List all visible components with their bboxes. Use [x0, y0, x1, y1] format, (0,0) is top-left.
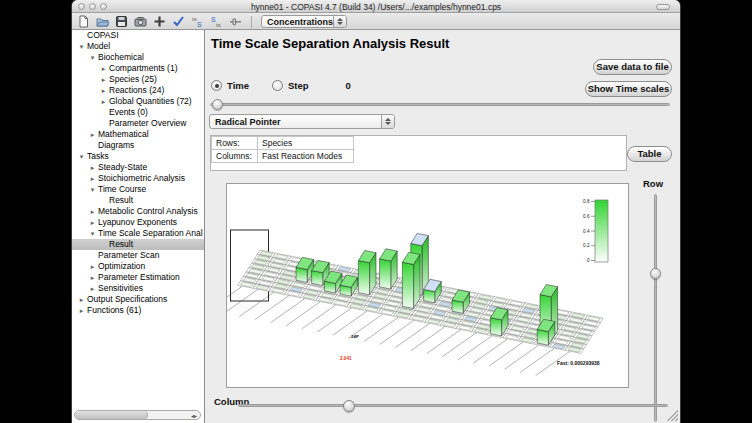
disclosure-right-icon[interactable]: ▸	[98, 85, 109, 96]
scrollbar-arrow-icons[interactable]: ◂▸	[191, 411, 200, 419]
sidebar-item-diagrams[interactable]: Diagrams	[72, 140, 204, 151]
sidebar-item-sensitivities[interactable]: ▸Sensitivities	[72, 283, 204, 294]
sidebar-item-model[interactable]: ▾Model	[72, 41, 204, 52]
disclosure-down-icon[interactable]: ▾	[87, 228, 98, 239]
convert-time-scale-s-icon[interactable]: tsS	[191, 15, 204, 28]
sidebar-item-label: Stoichiometric Analysis	[98, 173, 185, 184]
units-select[interactable]: Concentrations	[261, 15, 347, 28]
sidebar-item-parameter-estimation[interactable]: ▸Parameter Estimation	[72, 272, 204, 283]
column-slider-knob[interactable]	[343, 400, 355, 412]
sidebar-item-time-scale-separation-anal[interactable]: ▾Time Scale Separation Anal	[72, 228, 204, 239]
rows-label: Rows:	[212, 137, 258, 150]
stepper-arrows-icon	[381, 115, 394, 128]
column-slider-track[interactable]	[238, 404, 668, 407]
disclosure-right-icon[interactable]: ▸	[87, 162, 98, 173]
sidebar-item-result[interactable]: Result	[72, 195, 204, 206]
sidebar-item-parameter-overview[interactable]: Parameter Overview	[72, 118, 204, 129]
sidebar-item-stoichiometric-analysis[interactable]: ▸Stoichiometric Analysis	[72, 173, 204, 184]
sidebar-item-tasks[interactable]: ▾Tasks	[72, 151, 204, 162]
tssa-3d-plot[interactable]: 0.80.60.40.2024P2.041Fast: 0.000293938	[227, 184, 628, 387]
capture-image-icon[interactable]	[134, 15, 147, 28]
scrollbar-thumb[interactable]	[75, 411, 148, 419]
sidebar-item-label: Mathematical	[98, 129, 149, 140]
svg-text:Fast: 0.000293938: Fast: 0.000293938	[557, 360, 600, 366]
disclosure-right-icon[interactable]: ▸	[87, 283, 98, 294]
disclosure-right-icon[interactable]: ▸	[98, 96, 109, 107]
result-view-select[interactable]: Radical Pointer	[209, 114, 395, 129]
slider-settings-icon[interactable]	[229, 15, 242, 28]
sidebar-item-parameter-scan[interactable]: Parameter Scan	[72, 250, 204, 261]
disclosure-right-icon[interactable]: ▸	[87, 206, 98, 217]
row-slider-track[interactable]	[654, 194, 657, 422]
sidebar-item-result[interactable]: Result	[72, 239, 204, 250]
disclosure-right-icon[interactable]: ▸	[76, 294, 87, 305]
sidebar-item-events-0[interactable]: Events (0)	[72, 107, 204, 118]
time-radio[interactable]	[211, 80, 222, 91]
sidebar-item-output-specifications[interactable]: ▸Output Specifications	[72, 294, 204, 305]
add-icon[interactable]	[153, 15, 166, 28]
sidebar-item-time-course[interactable]: ▾Time Course	[72, 184, 204, 195]
open-file-icon[interactable]	[96, 15, 109, 28]
sidebar-item-mathematical[interactable]: ▸Mathematical	[72, 129, 204, 140]
time-slider-knob[interactable]	[212, 99, 223, 110]
disclosure-right-icon[interactable]: ▸	[98, 74, 109, 85]
sidebar-item-label: Time Scale Separation Anal	[98, 228, 203, 239]
sidebar-item-optimization[interactable]: ▸Optimization	[72, 261, 204, 272]
columns-value: Fast Reaction Modes	[258, 150, 354, 163]
convert-s-time-scale-icon[interactable]: Sts	[210, 15, 223, 28]
sidebar-item-species-25[interactable]: ▸Species (25)	[72, 74, 204, 85]
sidebar-item-label: Time Course	[98, 184, 146, 195]
svg-text:2.041: 2.041	[340, 356, 352, 361]
row-slider-knob[interactable]	[650, 268, 661, 279]
main-toolbar: tsS Sts Concentrations	[72, 14, 680, 30]
sidebar-item-label: Events (0)	[109, 107, 148, 118]
sidebar-item-compartments-1[interactable]: ▸Compartments (1)	[72, 63, 204, 74]
sidebar-item-biochemical[interactable]: ▾Biochemical	[72, 52, 204, 63]
sidebar-item-copasi[interactable]: COPASI	[72, 30, 204, 41]
step-radio[interactable]	[272, 80, 283, 91]
check-model-icon[interactable]	[172, 15, 185, 28]
disclosure-right-icon[interactable]: ▸	[87, 272, 98, 283]
sidebar-item-reactions-24[interactable]: ▸Reactions (24)	[72, 85, 204, 96]
sidebar-item-label: Global Quantities (72)	[109, 96, 192, 107]
sidebar-item-label: Metabolic Control Analysis	[98, 206, 198, 217]
new-file-icon[interactable]	[77, 15, 90, 28]
disclosure-right-icon[interactable]: ▸	[76, 305, 87, 316]
save-file-icon[interactable]	[115, 15, 128, 28]
sidebar-item-label: Result	[109, 239, 133, 250]
disclosure-down-icon[interactable]: ▾	[87, 52, 98, 63]
window-title: hynne01 - COPASI 4.7 (Build 34) /Users/.…	[72, 2, 680, 12]
sidebar-item-steady-state[interactable]: ▸Steady-State	[72, 162, 204, 173]
disclosure-down-icon[interactable]: ▾	[76, 41, 87, 52]
sidebar-item-lyapunov-exponents[interactable]: ▸Lyapunov Exponents	[72, 217, 204, 228]
sidebar-item-metabolic-control-analysis[interactable]: ▸Metabolic Control Analysis	[72, 206, 204, 217]
sidebar-item-label: COPASI	[87, 30, 119, 41]
matrix-info-table: Rows: Species Columns: Fast Reaction Mod…	[211, 136, 354, 163]
toolbar-toggle-lozenge[interactable]	[656, 4, 670, 10]
result-pane: Time Scale Separation Analysis Result Sa…	[206, 30, 680, 423]
time-slider-track[interactable]	[210, 103, 670, 106]
disclosure-right-icon[interactable]: ▸	[87, 173, 98, 184]
sidebar-item-label: Parameter Scan	[98, 250, 159, 261]
sidebar-item-label: Species (25)	[109, 74, 157, 85]
show-time-scales-button[interactable]: Show Time scales	[585, 81, 672, 97]
disclosure-right-icon[interactable]: ▸	[98, 63, 109, 74]
disclosure-down-icon[interactable]: ▾	[87, 184, 98, 195]
sidebar-item-functions-61[interactable]: ▸Functions (61)	[72, 305, 204, 316]
table-button[interactable]: Table	[627, 146, 672, 162]
disclosure-down-icon[interactable]: ▾	[76, 151, 87, 162]
disclosure-right-icon[interactable]: ▸	[87, 217, 98, 228]
sidebar-item-label: Parameter Estimation	[98, 272, 180, 283]
sidebar-item-label: Biochemical	[98, 52, 144, 63]
sidebar-item-global-quantities-72[interactable]: ▸Global Quantities (72)	[72, 96, 204, 107]
svg-text:0.8: 0.8	[583, 199, 590, 204]
tree-horizontal-scrollbar[interactable]: ◂▸	[74, 410, 201, 420]
disclosure-right-icon[interactable]: ▸	[87, 129, 98, 140]
save-data-to-file-button[interactable]: Save data to file	[593, 59, 672, 75]
disclosure-right-icon[interactable]: ▸	[87, 261, 98, 272]
svg-text:0.4: 0.4	[583, 229, 590, 234]
resize-grip[interactable]	[666, 409, 678, 421]
sidebar-item-label: Result	[109, 195, 133, 206]
title-bar[interactable]: hynne01 - COPASI 4.7 (Build 34) /Users/.…	[72, 0, 680, 13]
sidebar-item-label: Output Specifications	[87, 294, 167, 305]
